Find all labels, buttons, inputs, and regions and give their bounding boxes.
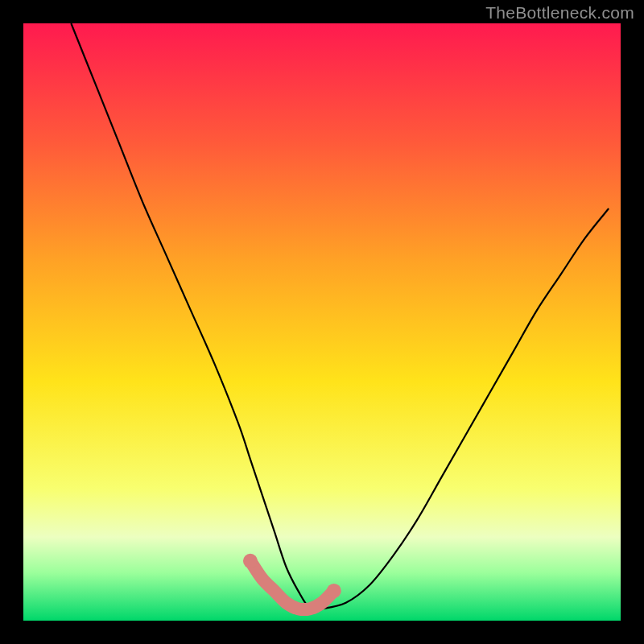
svg-point-1 [243,554,258,568]
svg-point-2 [327,584,341,598]
plot-background [23,23,621,621]
watermark-text: TheBottleneck.com [485,3,634,23]
chart-frame: TheBottleneck.com [0,0,644,644]
bottleneck-chart [0,0,644,644]
